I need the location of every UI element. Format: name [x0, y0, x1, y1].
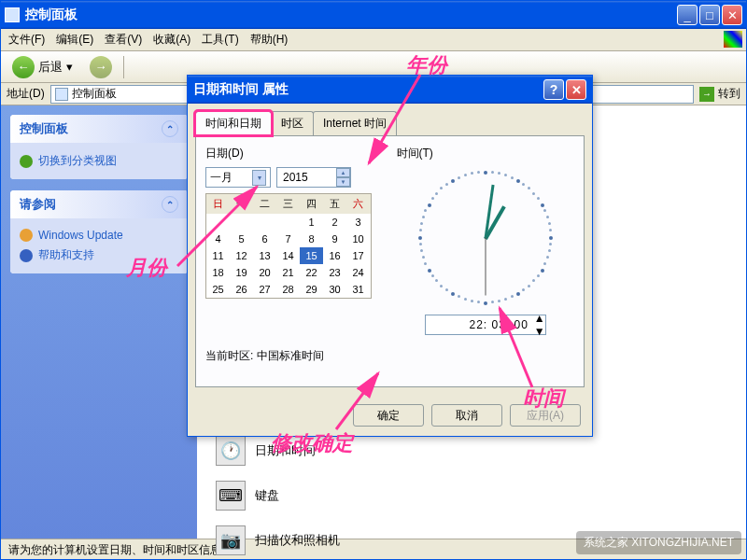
svg-line-1 [369, 75, 420, 163]
annotation-arrows [0, 0, 747, 560]
watermark: 系统之家 XITONGZHIJIA.NET [576, 531, 741, 554]
svg-line-4 [336, 373, 378, 429]
svg-line-2 [177, 187, 257, 266]
svg-line-3 [500, 308, 532, 387]
